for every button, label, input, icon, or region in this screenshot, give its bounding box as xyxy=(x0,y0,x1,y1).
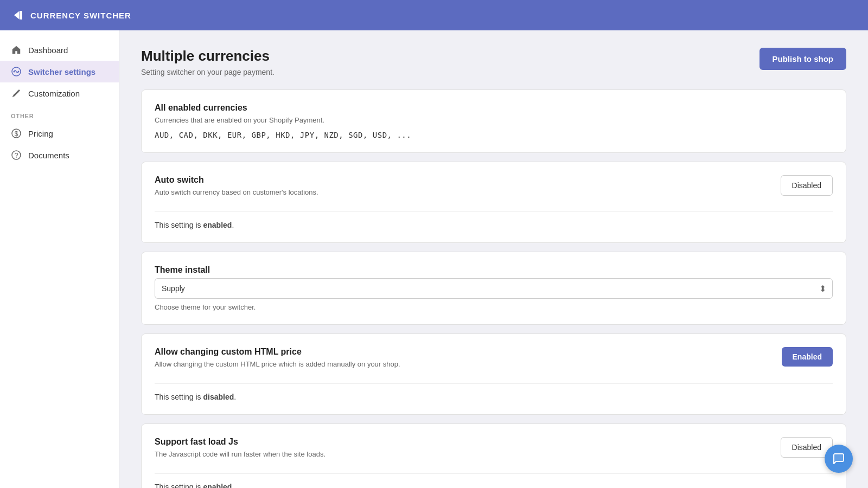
main-content: Multiple currencies Setting switcher on … xyxy=(119,30,868,488)
all-currencies-card: All enabled currencies Currencies that a… xyxy=(141,89,846,153)
custom-html-title: Allow changing custom HTML price xyxy=(155,347,769,357)
sidebar-item-documents[interactable]: ? Documents xyxy=(0,144,119,166)
chat-button[interactable] xyxy=(825,445,853,473)
svg-point-3 xyxy=(14,71,15,73)
fast-load-title: Support fast load Js xyxy=(155,437,768,447)
publish-to-shop-button[interactable]: Publish to shop xyxy=(760,48,847,70)
app-logo: CURRENCY SWITCHER xyxy=(11,8,131,23)
pencil-icon xyxy=(11,88,22,99)
custom-html-desc: Allow changing the custom HTML price whi… xyxy=(155,360,769,368)
sidebar-item-label-pricing: Pricing xyxy=(28,129,53,138)
logo-text: CURRENCY SWITCHER xyxy=(30,11,131,20)
fast-load-content: Support fast load Js The Javascript code… xyxy=(155,437,768,465)
auto-switch-status-value: enabled xyxy=(203,221,232,229)
sidebar-item-customization[interactable]: Customization xyxy=(0,82,119,104)
sidebar-item-pricing[interactable]: $ Pricing xyxy=(0,123,119,144)
fast-load-desc: The Javascript code will run faster when… xyxy=(155,450,768,458)
home-icon xyxy=(11,44,22,55)
theme-select-wrapper: Supply Dawn Debut Minimal Brooklyn Narra… xyxy=(155,278,833,299)
custom-html-status-value: disabled xyxy=(203,393,234,401)
svg-marker-0 xyxy=(14,11,20,20)
topbar: CURRENCY SWITCHER xyxy=(0,0,868,30)
page-subtitle: Setting switcher on your page payment. xyxy=(141,68,275,76)
auto-switch-content: Auto switch Auto switch currency based o… xyxy=(155,175,768,203)
svg-text:$: $ xyxy=(15,130,18,138)
switcher-icon xyxy=(11,66,22,77)
sidebar: Dashboard Switcher settings xyxy=(0,30,119,488)
svg-rect-1 xyxy=(20,11,22,20)
custom-html-button[interactable]: Enabled xyxy=(782,347,833,367)
fast-load-js-card: Support fast load Js The Javascript code… xyxy=(141,423,846,488)
sidebar-item-label-documents: Documents xyxy=(28,151,69,160)
page-header-text: Multiple currencies Setting switcher on … xyxy=(141,48,275,76)
fast-load-status-suffix: . xyxy=(232,483,234,488)
custom-html-status-suffix: . xyxy=(234,393,236,401)
auto-switch-action: Disabled xyxy=(781,175,833,196)
auto-switch-status-text: This setting is xyxy=(155,221,203,229)
fast-load-status-value: enabled xyxy=(203,483,232,488)
page-title: Multiple currencies xyxy=(141,48,275,65)
currency-list: AUD, CAD, DKK, EUR, GBP, HKD, JPY, NZD, … xyxy=(155,131,833,139)
sidebar-item-label-switcher: Switcher settings xyxy=(28,67,95,76)
theme-select[interactable]: Supply Dawn Debut Minimal Brooklyn Narra… xyxy=(155,278,833,299)
auto-switch-title: Auto switch xyxy=(155,175,768,185)
theme-helper-text: Choose theme for your switcher. xyxy=(155,303,833,311)
sidebar-item-switcher-settings[interactable]: Switcher settings xyxy=(0,61,119,82)
sidebar-section-other: OTHER xyxy=(0,104,119,123)
custom-html-status: This setting is disabled. xyxy=(155,393,833,401)
auto-switch-desc: Auto switch currency based on customer's… xyxy=(155,188,768,196)
theme-install-title: Theme install xyxy=(155,265,833,275)
theme-install-card: Theme install Supply Dawn Debut Minimal … xyxy=(141,252,846,325)
custom-html-action: Enabled xyxy=(782,347,833,367)
dollar-icon: $ xyxy=(11,128,22,139)
auto-switch-status-suffix: . xyxy=(232,221,234,229)
svg-text:?: ? xyxy=(14,151,18,159)
fast-load-status: This setting is enabled. xyxy=(155,483,833,488)
auto-switch-button[interactable]: Disabled xyxy=(781,175,833,196)
svg-point-4 xyxy=(18,71,20,73)
fast-load-status-text: This setting is xyxy=(155,483,203,488)
custom-html-price-card: Allow changing custom HTML price Allow c… xyxy=(141,333,846,415)
custom-html-content: Allow changing custom HTML price Allow c… xyxy=(155,347,769,375)
auto-switch-card: Auto switch Auto switch currency based o… xyxy=(141,162,846,243)
sidebar-item-label-dashboard: Dashboard xyxy=(28,46,68,55)
all-currencies-desc: Currencies that are enabled on your Shop… xyxy=(155,116,833,124)
sidebar-item-dashboard[interactable]: Dashboard xyxy=(0,39,119,61)
auto-switch-status: This setting is enabled. xyxy=(155,221,833,229)
custom-html-status-text: This setting is xyxy=(155,393,203,401)
all-currencies-title: All enabled currencies xyxy=(155,103,833,113)
page-header: Multiple currencies Setting switcher on … xyxy=(141,48,846,76)
sidebar-item-label-customization: Customization xyxy=(28,89,80,98)
question-icon: ? xyxy=(11,150,22,160)
